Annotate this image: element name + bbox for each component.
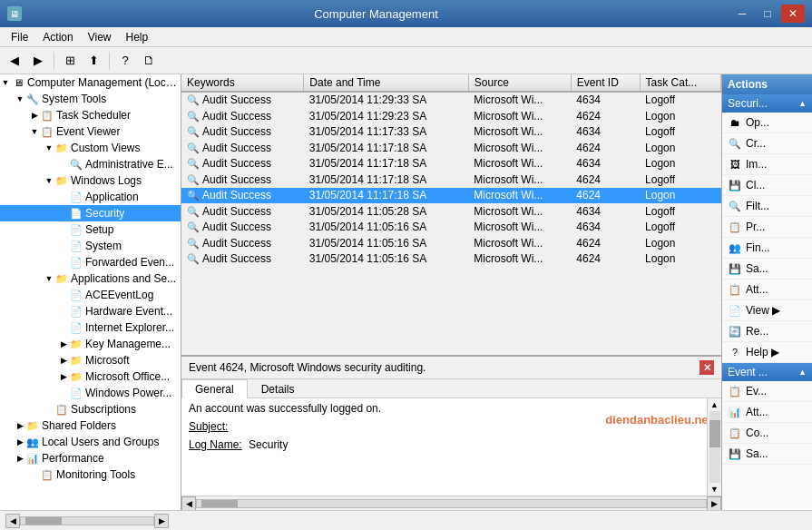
table-row[interactable]: 🔍Audit Success31/05/2014 11:17:18 SAMicr… (181, 172, 721, 188)
tree-expander[interactable]: ▼ (0, 77, 11, 88)
tree-expander[interactable]: ▼ (44, 175, 54, 186)
tree-item-windows-power[interactable]: 📄Windows Power... (0, 385, 181, 401)
close-button[interactable]: ✕ (781, 5, 805, 23)
tree-item-ace-eventlog[interactable]: 📄ACEEventLog (0, 287, 181, 303)
scroll-thumb[interactable] (709, 420, 720, 447)
status-scroll-left-button[interactable]: ◀ (5, 514, 20, 528)
tree-item-local-users[interactable]: ▶👥Local Users and Groups (0, 434, 181, 450)
tree-item-apps-services[interactable]: ▼📁Applications and Se... (0, 270, 181, 287)
status-scroll-right-button[interactable]: ▶ (154, 514, 169, 528)
table-scroll-wrapper[interactable]: KeywordsDate and TimeSourceEvent IDTask … (181, 74, 721, 355)
tree-item-application[interactable]: 📄Application (0, 189, 181, 205)
tree-item-root[interactable]: ▼🖥Computer Management (Loca... (0, 74, 181, 91)
tree-expander[interactable]: ▶ (15, 453, 25, 464)
table-row[interactable]: 🔍Audit Success31/05/2014 11:17:18 SAMicr… (181, 188, 721, 204)
tree-expander[interactable]: ▼ (44, 142, 54, 153)
action-item-1-2[interactable]: 📋Co... (722, 423, 812, 444)
scroll-down-arrow[interactable]: ▼ (709, 483, 720, 496)
tree-expander[interactable]: ▶ (15, 420, 25, 431)
action-item-0-10[interactable]: 🔄Re... (722, 321, 812, 342)
table-row[interactable]: 🔍Audit Success31/05/2014 11:17:18 SAMicr… (181, 140, 721, 156)
table-row[interactable]: 🔍Audit Success31/05/2014 11:05:16 SAMicr… (181, 220, 721, 236)
minimize-button[interactable]: ─ (730, 5, 754, 23)
forward-button[interactable]: ▶ (27, 50, 49, 72)
up-button[interactable]: ⬆ (83, 50, 104, 72)
tree-panel[interactable]: ▼🖥Computer Management (Loca...▼🔧System T… (0, 74, 181, 510)
status-scroll-track[interactable] (20, 516, 154, 525)
menu-file[interactable]: File (4, 29, 35, 45)
tree-expander[interactable]: ▶ (15, 437, 25, 447)
tree-item-monitoring-tools[interactable]: 📋Monitoring Tools (0, 466, 181, 483)
tree-item-admin-events[interactable]: 🔍Administrative E... (0, 156, 181, 172)
tree-item-setup[interactable]: 📄Setup (0, 221, 181, 238)
tree-item-system-tools[interactable]: ▼🔧System Tools (0, 91, 181, 107)
table-row[interactable]: 🔍Audit Success31/05/2014 11:29:23 SAMicr… (181, 108, 721, 124)
tree-expander[interactable]: ▼ (44, 273, 54, 284)
help-button[interactable]: ? (114, 50, 136, 72)
detail-scroll-track[interactable] (196, 499, 707, 508)
tree-item-security[interactable]: 📄Security (0, 205, 181, 221)
action-item-1-3[interactable]: 💾Sa... (722, 444, 812, 465)
tree-item-event-viewer[interactable]: ▼📋Event Viewer (0, 123, 181, 140)
table-row[interactable]: 🔍Audit Success31/05/2014 11:05:16 SAMicr… (181, 251, 721, 268)
action-item-0-1[interactable]: 🔍Cr... (722, 133, 812, 154)
scroll-track[interactable] (709, 411, 720, 483)
tree-item-custom-views[interactable]: ▼📁Custom Views (0, 140, 181, 156)
tree-item-internet-explorer[interactable]: 📄Internet Explorer... (0, 319, 181, 336)
menu-action[interactable]: Action (35, 29, 80, 45)
scroll-up-arrow[interactable]: ▲ (709, 398, 720, 411)
action-item-0-2[interactable]: 🖼Im... (722, 154, 812, 175)
table-header-event-id[interactable]: Event ID (571, 74, 640, 92)
action-item-0-4[interactable]: 🔍Filt... (722, 196, 812, 217)
event-table-container[interactable]: KeywordsDate and TimeSourceEvent IDTask … (181, 74, 721, 356)
tree-expander[interactable]: ▼ (29, 126, 40, 137)
table-row[interactable]: 🔍Audit Success31/05/2014 11:05:16 SAMicr… (181, 235, 721, 251)
detail-bottom-scrollbar[interactable]: ◀ ▶ (181, 496, 721, 510)
action-item-0-3[interactable]: 💾Cl... (722, 175, 812, 196)
action-item-0-0[interactable]: 🖿Op... (722, 113, 812, 133)
table-header-source[interactable]: Source (468, 74, 571, 92)
maximize-button[interactable]: □ (756, 5, 779, 23)
table-header-date-and-time[interactable]: Date and Time (304, 74, 469, 92)
actions-section-header-0[interactable]: Securi...▲ (722, 94, 812, 113)
detail-scroll-left-button[interactable]: ◀ (181, 496, 196, 511)
tree-expander[interactable]: ▶ (58, 371, 69, 382)
status-bar-scroll[interactable]: ◀ ▶ (5, 514, 169, 528)
action-item-0-11[interactable]: ?Help ▶ (722, 342, 812, 363)
table-header-task-cat...[interactable]: Task Cat... (640, 74, 720, 92)
tree-item-performance[interactable]: ▶📊Performance (0, 450, 181, 466)
tree-item-hardware-events[interactable]: 📄Hardware Event... (0, 303, 181, 319)
table-row[interactable]: 🔍Audit Success31/05/2014 11:17:18 SAMicr… (181, 156, 721, 172)
action-item-1-0[interactable]: 📋Ev... (722, 381, 812, 402)
action-item-0-6[interactable]: 👥Fin... (722, 238, 812, 259)
tree-expander[interactable]: ▶ (58, 355, 69, 366)
tree-expander[interactable]: ▶ (58, 339, 69, 349)
table-row[interactable]: 🔍Audit Success31/05/2014 11:17:33 SAMicr… (181, 124, 721, 141)
action-item-1-1[interactable]: 📊Att... (722, 402, 812, 423)
actions-section-header-1[interactable]: Event ...▲ (722, 363, 812, 381)
menu-view[interactable]: View (81, 29, 119, 45)
tree-item-system[interactable]: 📄System (0, 238, 181, 254)
action-item-0-7[interactable]: 💾Sa... (722, 259, 812, 280)
tab-details[interactable]: Details (248, 379, 308, 398)
tree-item-task-scheduler[interactable]: ▶📋Task Scheduler (0, 107, 181, 123)
table-header-keywords[interactable]: Keywords (181, 74, 304, 92)
action-item-0-9[interactable]: 📄View ▶ (722, 300, 812, 321)
menu-help[interactable]: Help (119, 29, 156, 45)
tree-expander[interactable]: ▶ (29, 110, 40, 121)
tree-item-key-management[interactable]: ▶📁Key Manageme... (0, 336, 181, 352)
tree-item-windows-logs[interactable]: ▼📁Windows Logs (0, 172, 181, 189)
tree-item-forwarded[interactable]: 📄Forwarded Even... (0, 254, 181, 270)
tree-expander[interactable]: ▼ (15, 93, 25, 104)
table-row[interactable]: 🔍Audit Success31/05/2014 11:05:28 SAMicr… (181, 203, 721, 220)
detail-scroll-right-button[interactable]: ▶ (707, 496, 721, 511)
detail-scrollbar[interactable]: ▲ ▼ (707, 398, 721, 496)
tree-item-microsoft[interactable]: ▶📁Microsoft (0, 352, 181, 368)
properties-button[interactable]: 🗋 (138, 50, 160, 72)
table-row[interactable]: 🔍Audit Success31/05/2014 11:29:33 SAMicr… (181, 92, 721, 108)
tab-general[interactable]: General (181, 379, 248, 398)
tree-item-shared-folders[interactable]: ▶📁Shared Folders (0, 417, 181, 434)
tree-item-microsoft-office[interactable]: ▶📁Microsoft Office... (0, 368, 181, 385)
show-hide-tree-button[interactable]: ⊞ (59, 50, 81, 72)
back-button[interactable]: ◀ (4, 50, 25, 72)
